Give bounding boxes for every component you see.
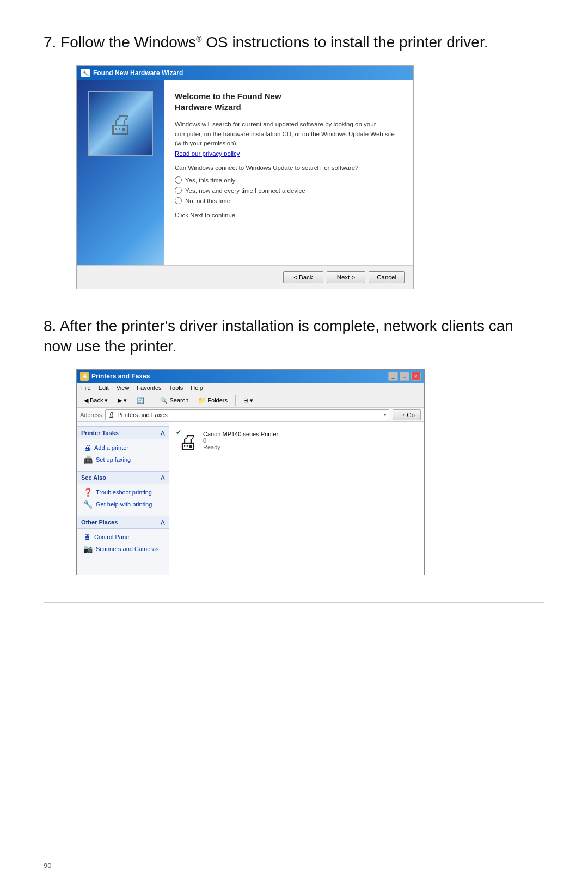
sidebar-item-add-printer[interactable]: 🖨 Add a printer (77, 442, 169, 454)
control-panel-icon: 🖥 (83, 533, 91, 541)
printer-status: Ready (203, 444, 278, 450)
address-label: Address (80, 412, 102, 418)
wizard-sidebar-image (88, 91, 153, 156)
radio-circle-2 (175, 187, 182, 194)
wizard-footer: < Back Next > Cancel (77, 265, 413, 289)
scanners-icon: 📷 (83, 545, 93, 553)
see-also-chevron[interactable]: ⋀ (161, 475, 164, 480)
menu-edit[interactable]: Edit (99, 384, 109, 391)
folders-icon: 📁 (198, 397, 206, 404)
menu-help[interactable]: Help (191, 384, 203, 391)
wizard-back-button[interactable]: < Back (283, 271, 323, 283)
printer-tasks-chevron[interactable]: ⋀ (161, 430, 164, 436)
printer-details: Canon MP140 series Printer 0 Ready (203, 431, 278, 450)
wizard-radio-option2[interactable]: Yes, now and every time I connect a devi… (175, 187, 402, 194)
toolbar-views-button[interactable]: ⊞ ▾ (240, 395, 257, 406)
setup-faxing-icon: 📠 (83, 455, 93, 464)
printers-and-faxes-window: 🖨 Printers and Faxes _ □ ✕ File Edit Vie… (76, 369, 425, 575)
pf-sidebar-header-see-also: See Also ⋀ (77, 471, 169, 484)
printer-item: 🖨 ✔ Canon MP140 series Printer 0 Ready (178, 431, 415, 454)
radio-circle-1 (175, 176, 182, 184)
address-dropdown-icon[interactable]: ▾ (384, 412, 387, 418)
get-help-icon: 🔧 (83, 500, 93, 509)
views-dropdown-icon: ▾ (250, 397, 253, 404)
wizard-question: Can Windows connect to Windows Update to… (175, 164, 402, 171)
printer-name: Canon MP140 series Printer (203, 431, 278, 437)
sidebar-item-control-panel[interactable]: 🖥 Control Panel (77, 531, 169, 543)
wizard-radio-group: Yes, this time only Yes, now and every t… (175, 176, 402, 204)
toolbar-forward-button[interactable]: ▶ ▾ (114, 395, 131, 406)
restore-button[interactable]: □ (400, 372, 409, 381)
wizard-body: Welcome to the Found NewHardware Wizard … (77, 80, 413, 265)
wizard-cancel-button[interactable]: Cancel (369, 271, 405, 283)
pf-sidebar: Printer Tasks ⋀ 🖨 Add a printer 📠 Set up… (77, 422, 169, 575)
go-button[interactable]: → Go (393, 409, 421, 420)
wizard-click-next: Click Next to continue. (175, 212, 402, 218)
printer-icon-wrapper: 🖨 ✔ (178, 431, 198, 454)
menu-view[interactable]: View (117, 384, 130, 391)
toolbar-separator-1 (152, 395, 152, 406)
step7-section: 7. Follow the Windows® OS instructions t… (44, 33, 544, 289)
radio-circle-3 (175, 197, 182, 204)
address-value-box[interactable]: 🖨 Printers and Faxes ▾ (105, 409, 389, 420)
wizard-radio-option1[interactable]: Yes, this time only (175, 176, 402, 184)
wizard-title-text: Found New Hardware Wizard (93, 69, 183, 77)
step8-section: 8. After the printer's driver installati… (44, 316, 544, 575)
address-text: Printers and Faxes (117, 412, 167, 418)
step7-heading: 7. Follow the Windows® OS instructions t… (44, 33, 544, 52)
pf-titlebar-text: Printers and Faxes (91, 372, 150, 380)
menu-tools[interactable]: Tools (169, 384, 183, 391)
step8-heading: 8. After the printer's driver installati… (44, 316, 544, 356)
troubleshoot-icon: ❓ (83, 488, 93, 497)
minimize-button[interactable]: _ (388, 372, 398, 381)
pf-main: Printer Tasks ⋀ 🖨 Add a printer 📠 Set up… (77, 422, 424, 575)
toolbar-back-button[interactable]: ◀ Back ▾ (80, 395, 112, 406)
found-new-hardware-wizard: 🔧 Found New Hardware Wizard Welcome to t… (76, 65, 414, 289)
views-icon: ⊞ (243, 397, 248, 404)
back-arrow-icon: ◀ (84, 397, 88, 404)
back-dropdown-icon: ▾ (105, 397, 108, 404)
other-places-chevron[interactable]: ⋀ (161, 520, 164, 525)
wizard-radio-option3[interactable]: No, not this time (175, 197, 402, 204)
pf-titlebar-icon: 🖨 (80, 372, 89, 381)
printer-check-icon: ✔ (176, 429, 181, 436)
pf-sidebar-header-other-places: Other Places ⋀ (77, 516, 169, 529)
wizard-titlebar-icon: 🔧 (81, 69, 90, 77)
address-printer-icon: 🖨 (108, 411, 115, 419)
pf-toolbar: ◀ Back ▾ ▶ ▾ 🔄 🔍 Search 📁 Folders (77, 393, 424, 408)
wizard-sidebar (77, 80, 164, 265)
sidebar-item-setup-faxing[interactable]: 📠 Set up faxing (77, 454, 169, 466)
wizard-titlebar: 🔧 Found New Hardware Wizard (77, 66, 413, 80)
wizard-welcome-title: Welcome to the Found NewHardware Wizard (175, 91, 402, 112)
forward-dropdown-icon: ▾ (124, 397, 127, 404)
pf-content-area: 🖨 ✔ Canon MP140 series Printer 0 Ready (169, 422, 424, 575)
sidebar-item-get-help[interactable]: 🔧 Get help with printing (77, 498, 169, 510)
printer-copies: 0 (203, 437, 278, 444)
toolbar-search-button[interactable]: 🔍 Search (156, 395, 192, 406)
sidebar-item-troubleshoot[interactable]: ❓ Troubleshoot printing (77, 486, 169, 498)
wizard-privacy-link[interactable]: Read our privacy policy (175, 150, 402, 157)
menu-file[interactable]: File (81, 384, 91, 391)
toolbar-separator-2 (235, 395, 236, 406)
pf-menubar: File Edit View Favorites Tools Help (77, 383, 424, 393)
add-printer-icon: 🖨 (83, 443, 91, 452)
pf-sidebar-section-printer-tasks: Printer Tasks ⋀ 🖨 Add a printer 📠 Set up… (77, 426, 169, 466)
go-arrow-icon: → (399, 411, 406, 419)
pf-titlebar: 🖨 Printers and Faxes _ □ ✕ (77, 370, 424, 383)
menu-favorites[interactable]: Favorites (137, 384, 161, 391)
wizard-content: Welcome to the Found NewHardware Wizard … (164, 80, 413, 265)
toolbar-refresh-button[interactable]: 🔄 (133, 395, 148, 406)
page-divider (44, 602, 544, 603)
page-number: 90 (44, 861, 51, 870)
pf-sidebar-section-see-also: See Also ⋀ ❓ Troubleshoot printing 🔧 Get… (77, 471, 169, 510)
close-button[interactable]: ✕ (411, 372, 421, 381)
sidebar-item-scanners[interactable]: 📷 Scanners and Cameras (77, 543, 169, 555)
toolbar-folders-button[interactable]: 📁 Folders (194, 395, 231, 406)
forward-arrow-icon: ▶ (118, 397, 122, 404)
pf-sidebar-section-other-places: Other Places ⋀ 🖥 Control Panel 📷 Scanner… (77, 516, 169, 555)
refresh-icon: 🔄 (137, 397, 144, 404)
wizard-next-button[interactable]: Next > (327, 271, 366, 283)
search-icon: 🔍 (160, 397, 168, 404)
pf-sidebar-header-printer-tasks: Printer Tasks ⋀ (77, 426, 169, 439)
wizard-description: Windows will search for current and upda… (175, 120, 402, 148)
